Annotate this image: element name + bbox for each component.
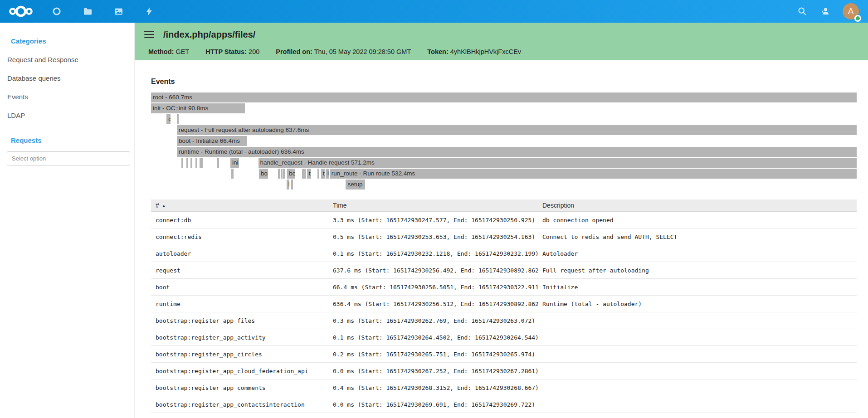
profiler-circle-icon[interactable] [52,6,62,16]
timeline-bar: ini [230,158,239,168]
request-select-input[interactable] [7,151,130,165]
event-time-cell: 0.5 ms (Start: 1651742930253.653, End: 1… [328,228,538,245]
event-name-cell: bootstrap:register_app_circles [151,346,328,363]
hamburger-menu-icon[interactable] [144,31,154,38]
categories-heading: Categories [11,37,134,45]
page-title: /index.php/apps/files/ [163,28,255,41]
timeline-bar: bo [287,169,295,179]
event-name-cell: connect:redis [151,228,328,245]
timeline-bar: boot - Initialize 66.4ms [177,136,247,146]
app-icon-bar [52,6,154,16]
timeline-row: init - OC::init 90.8ms [151,103,857,113]
event-description-cell [538,396,857,413]
timeline-bar [283,169,285,179]
event-name-cell: connect:db [151,212,328,228]
timeline-bar: root - 660.7ms [151,92,857,102]
timeline-bar: run_route - Run route 532.4ms [330,169,857,179]
timeline-row: lsetup [151,180,857,190]
event-description-cell: Connect to redis and send AUTH, SELECT [538,228,857,245]
event-name-cell: boot [151,279,328,296]
meta-token: Token: 4yhKlBHkjpHVkjFxcCEv [427,48,521,55]
timeline-row: root - 660.7ms [151,92,857,102]
event-time-cell: 0.1 ms (Start: 1651742930264.4502, End: … [328,329,538,346]
event-name-cell: bootstrap:register_app_files [151,312,328,329]
events-table-body: connect:db3.3 ms (Start: 1651742930247.5… [151,212,857,413]
nextcloud-logo[interactable] [8,5,34,18]
table-row: connect:redis0.5 ms (Start: 165174293025… [151,228,857,245]
timeline-bar [302,169,304,179]
event-time-cell: 0.3 ms (Start: 1651742930262.769, End: 1… [328,312,538,329]
sidebar-item-database-queries[interactable]: Database queries [0,69,134,87]
column-header-time[interactable]: Time [328,199,538,212]
event-description-cell: Full request after autoloading [538,262,857,279]
events-timeline: root - 660.7msinit - OC::init 90.8mscreq… [151,92,857,190]
files-folder-icon[interactable] [83,6,93,16]
event-time-cell: 0.0 ms (Start: 1651742930269.691, End: 1… [328,396,538,413]
event-description-cell [538,346,857,363]
timeline-bar: setup [346,180,365,190]
sidebar-item-events[interactable]: Events [0,87,134,106]
profile-header: /index.php/apps/files/ Method: GET HTTP … [135,23,868,60]
event-name-cell: bootstrap:register_app_contactsinteracti… [151,396,328,413]
timeline-bar [190,158,192,168]
event-time-cell: 0.1 ms (Start: 1651742930232.1218, End: … [328,245,538,262]
timeline-row: runtime - Runtime (total - autoloader) 6… [151,147,857,157]
sidebar: Categories Request and Response Database… [0,23,135,418]
profile-meta: Method: GET HTTP Status: 200 Profiled on… [148,47,859,56]
event-name-cell: runtime [151,296,328,312]
timeline-bar: handle_request - Handle request 571.2ms [258,158,857,168]
table-row: bootstrap:register_app_contactsinteracti… [151,396,857,413]
timeline-bar [231,169,234,179]
timeline-bar: init - OC::init 90.8ms [151,103,245,113]
timeline-bar: t [307,169,311,179]
meta-profiled-on: Profiled on: Thu, 05 May 2022 09:28:50 G… [276,48,411,55]
topbar-right-group: A [797,3,859,19]
timeline-bar [278,169,280,179]
timeline-row: c [151,114,857,124]
timeline-bar: c [166,114,171,124]
event-name-cell: bootstrap:register_app_activity [151,329,328,346]
event-description-cell [538,329,857,346]
sort-ascending-icon: ▲ [162,204,166,208]
sidebar-item-request-and-response[interactable]: Request and Response [0,50,134,69]
sidebar-item-ldap[interactable]: LDAP [0,106,134,125]
event-description-cell [538,379,857,396]
table-header-row: #▲ Time Description [151,199,857,212]
timeline-bar: bo [259,169,268,179]
search-icon[interactable] [797,6,807,16]
event-description-cell [538,312,857,329]
timeline-bar: l [326,169,329,179]
table-row: bootstrap:register_app_comments0.4 ms (S… [151,379,857,396]
timeline-bar: l [287,180,289,190]
table-row: bootstrap:register_app_activity0.1 ms (S… [151,329,857,346]
meta-method: Method: GET [148,48,189,55]
user-avatar[interactable]: A [843,3,859,19]
timeline-bar [186,158,188,168]
topbar: A [0,0,868,23]
meta-http-status: HTTP Status: 200 [205,48,259,55]
event-description-cell: Initialize [538,279,857,296]
status-online-dot [854,15,861,22]
timeline-bar [195,158,197,168]
timeline-bar [200,158,203,168]
event-time-cell: 0.2 ms (Start: 1651742930265.751, End: 1… [328,346,538,363]
timeline-bar [304,169,306,179]
table-row: connect:db3.3 ms (Start: 1651742930247.5… [151,212,857,228]
timeline-bar [317,169,319,179]
contacts-icon[interactable] [820,6,830,16]
event-description-cell: db connection opened [538,212,857,228]
timeline-bar [177,114,179,124]
photos-image-icon[interactable] [113,6,123,16]
event-time-cell: 66.4 ms (Start: 1651742930256.5051, End:… [328,279,538,296]
column-header-index[interactable]: #▲ [151,199,328,212]
table-row: autoloader0.1 ms (Start: 1651742930232.1… [151,245,857,262]
event-description-cell: Autoloader [538,245,857,262]
events-table: #▲ Time Description connect:db3.3 ms (St… [151,199,857,413]
column-header-description[interactable]: Description [538,199,857,212]
activity-lightning-icon[interactable] [144,6,154,16]
timeline-bar: t [321,169,325,179]
table-row: boot66.4 ms (Start: 1651742930256.5051, … [151,279,857,296]
event-name-cell: autoloader [151,245,328,262]
requests-heading: Requests [11,136,134,144]
event-description-cell: Runtime (total - autoloader) [538,296,857,312]
